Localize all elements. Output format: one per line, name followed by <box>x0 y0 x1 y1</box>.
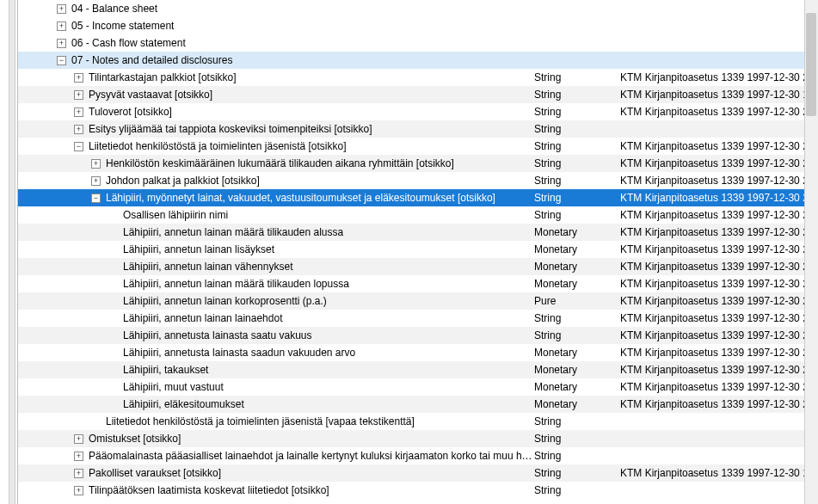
tree-row[interactable]: Lähipiiri, annetun lainan vähennyksetMon… <box>18 258 818 275</box>
row-type: String <box>534 69 620 86</box>
expand-icon[interactable]: + <box>74 108 83 117</box>
tree-row[interactable]: +Tilinpäätöksen laatimista koskevat liit… <box>18 482 818 499</box>
row-reference: KTM Kirjanpitoasetus 1339 1997-12-30 2 8 <box>620 344 818 361</box>
expand-icon[interactable]: + <box>74 452 83 461</box>
tree-row[interactable]: +06 - Cash flow statement <box>18 34 818 52</box>
row-type: String <box>534 430 620 447</box>
tree-row[interactable]: Lähipiiri, annetusta lainasta saatu vaku… <box>18 327 818 344</box>
tree-row[interactable]: Lähipiiri, annetun lainan korkoprosentti… <box>18 292 818 310</box>
row-reference: KTM Kirjanpitoasetus 1339 1997-12-30 2 8 <box>620 292 818 310</box>
row-label: Lähipiiri, annetun lainan määrä tilikaud… <box>123 275 534 292</box>
row-reference: KTM Kirjanpitoasetus 1339 1997-12-30 2 8 <box>620 138 818 155</box>
row-reference: KTM Kirjanpitoasetus 1339 1997-12-30 2 8 <box>620 327 818 344</box>
tree-row[interactable]: Lähipiiri, eläkesitoumuksetMonetaryKTM K… <box>18 396 818 413</box>
tree-row[interactable]: Lähipiiri, annetusta lainasta saadun vak… <box>18 344 818 361</box>
tree-row[interactable]: Lähipiiri, annetun lainan lisäyksetMonet… <box>18 241 818 258</box>
tree-row[interactable]: Lähipiiri, annetun lainan määrä tilikaud… <box>18 275 818 292</box>
tree-row[interactable]: +05 - Income statement <box>18 17 818 34</box>
collapse-icon[interactable]: − <box>74 142 83 151</box>
row-label: Tuloverot [otsikko] <box>89 103 534 120</box>
row-type: String <box>534 310 620 327</box>
row-type: Monetary <box>534 378 620 396</box>
tree-row[interactable]: Liitetiedot henkilöstöstä ja toimielinte… <box>18 413 818 430</box>
expand-icon[interactable]: + <box>57 39 66 48</box>
expand-icon[interactable]: + <box>91 176 101 186</box>
row-label: 06 - Cash flow statement <box>71 34 534 52</box>
tree-table: +04 - Balance sheet+05 - Income statemen… <box>17 0 818 504</box>
tree-row[interactable]: +Tuloverot [otsikko]StringKTM Kirjanpito… <box>18 103 818 120</box>
row-label: Lähipiiri, annetusta lainasta saatu vaku… <box>123 327 534 344</box>
tree-row[interactable]: −Liitetiedot henkilöstöstä ja toimielint… <box>18 138 818 155</box>
row-type: String <box>534 482 620 499</box>
row-label: Lähipiiri, muut vastuut <box>123 378 534 396</box>
row-label: Pääomalainasta pääasialliset lainaehdot … <box>89 447 534 464</box>
row-type: String <box>534 413 620 430</box>
tree-row[interactable]: −Lähipiiri, myönnetyt lainat, vakuudet, … <box>18 189 818 206</box>
row-label: Tilinpäätöksen laatimista koskevat liite… <box>89 482 534 499</box>
tree-row[interactable]: +Pakolliset varaukset [otsikko]StringKTM… <box>18 464 818 482</box>
collapse-icon[interactable]: − <box>91 194 101 203</box>
tree-row[interactable]: +Johdon palkat ja palkkiot [otsikko]Stri… <box>18 172 818 189</box>
row-label: 04 - Balance sheet <box>71 0 534 17</box>
collapse-icon[interactable]: − <box>57 56 66 65</box>
expand-icon[interactable]: + <box>74 434 83 444</box>
row-label: Osallisen lähipiirin nimi <box>123 206 534 224</box>
row-reference: KTM Kirjanpitoasetus 1339 1997-12-30 2 7 <box>620 69 818 86</box>
tree-row[interactable]: Lähipiiri, annetun lainan lainaehdotStri… <box>18 310 818 327</box>
row-label: Lähipiiri, myönnetyt lainat, vakuudet, v… <box>106 189 534 206</box>
row-reference: KTM Kirjanpitoasetus 1339 1997-12-30 1 6 <box>620 464 818 482</box>
row-type: String <box>534 86 620 103</box>
left-scroll-strip <box>9 0 15 504</box>
row-type: Monetary <box>534 396 620 413</box>
tree-row[interactable]: +Pysyvät vastaavat [otsikko]StringKTM Ki… <box>18 86 818 103</box>
row-type: String <box>534 206 620 224</box>
row-reference: KTM Kirjanpitoasetus 1339 1997-12-30 2 8 <box>620 378 818 396</box>
row-type: Monetary <box>534 361 620 378</box>
expand-icon[interactable]: + <box>91 159 101 169</box>
row-type: Monetary <box>534 241 620 258</box>
row-label: Liitetiedot henkilöstöstä ja toimielinte… <box>106 413 534 430</box>
tree-row[interactable]: Lähipiiri, annetun lainan määrä tilikaud… <box>18 224 818 241</box>
row-label: Lähipiiri, annetun lainan lainaehdot <box>123 310 534 327</box>
tree-row[interactable]: −07 - Notes and detailed disclosures <box>18 52 818 69</box>
row-reference: KTM Kirjanpitoasetus 1339 1997-12-30 2 8 <box>620 241 818 258</box>
row-label: Henkilöstön keskimääräinen lukumäärä til… <box>106 155 534 172</box>
row-type: String <box>534 464 620 482</box>
row-reference: KTM Kirjanpitoasetus 1339 1997-12-30 2 8 <box>620 206 818 224</box>
row-type: String <box>534 138 620 155</box>
row-label: Lähipiiri, annetun lainan vähennykset <box>123 258 534 275</box>
tree-row[interactable]: +Henkilöstön keskimääräinen lukumäärä ti… <box>18 155 818 172</box>
expand-icon[interactable]: + <box>74 125 83 134</box>
row-reference: KTM Kirjanpitoasetus 1339 1997-12-30 2 6 <box>620 103 818 120</box>
row-reference: KTM Kirjanpitoasetus 1339 1997-12-30 2 8 <box>620 258 818 275</box>
row-label: Lähipiiri, annetun lainan korkoprosentti… <box>123 292 534 310</box>
expand-icon[interactable]: + <box>74 90 83 100</box>
row-label: Lähipiiri, annetun lainan määrä tilikaud… <box>123 224 534 241</box>
tree-row[interactable]: +Esitys ylijäämää tai tappiota koskeviks… <box>18 120 818 138</box>
row-label: Liitetiedot henkilöstöstä ja toimielinte… <box>89 138 534 155</box>
tree-row[interactable]: +Pääomalainasta pääasialliset lainaehdot… <box>18 447 818 464</box>
vertical-scrollbar[interactable] <box>804 0 818 504</box>
row-type: Pure <box>534 292 620 310</box>
row-label: Tilintarkastajan palkkiot [otsikko] <box>89 69 534 86</box>
tree-row[interactable]: Lähipiiri, takauksetMonetaryKTM Kirjanpi… <box>18 361 818 378</box>
scrollbar-thumb[interactable] <box>806 13 816 116</box>
row-label: Lähipiiri, takaukset <box>123 361 534 378</box>
expand-icon[interactable]: + <box>74 469 83 478</box>
tree-row[interactable]: Osallisen lähipiirin nimiStringKTM Kirja… <box>18 206 818 224</box>
row-label: Lähipiiri, eläkesitoumukset <box>123 396 534 413</box>
row-reference: KTM Kirjanpitoasetus 1339 1997-12-30 2 8 <box>620 189 818 206</box>
tree-row[interactable]: +Tilintarkastajan palkkiot [otsikko]Stri… <box>18 69 818 86</box>
row-reference: KTM Kirjanpitoasetus 1339 1997-12-30 1 6 <box>620 86 818 103</box>
row-reference: KTM Kirjanpitoasetus 1339 1997-12-30 2 8 <box>620 275 818 292</box>
row-type: Monetary <box>534 344 620 361</box>
expand-icon[interactable]: + <box>74 486 83 495</box>
tree-row[interactable]: +Omistukset [otsikko]String <box>18 430 818 447</box>
tree-row[interactable]: Lähipiiri, muut vastuutMonetaryKTM Kirja… <box>18 378 818 396</box>
expand-icon[interactable]: + <box>57 4 66 14</box>
expand-icon[interactable]: + <box>57 22 66 31</box>
tree-row[interactable]: +04 - Balance sheet <box>18 0 818 17</box>
expand-icon[interactable]: + <box>74 73 83 83</box>
row-label: Johdon palkat ja palkkiot [otsikko] <box>106 172 534 189</box>
row-type: Monetary <box>534 258 620 275</box>
